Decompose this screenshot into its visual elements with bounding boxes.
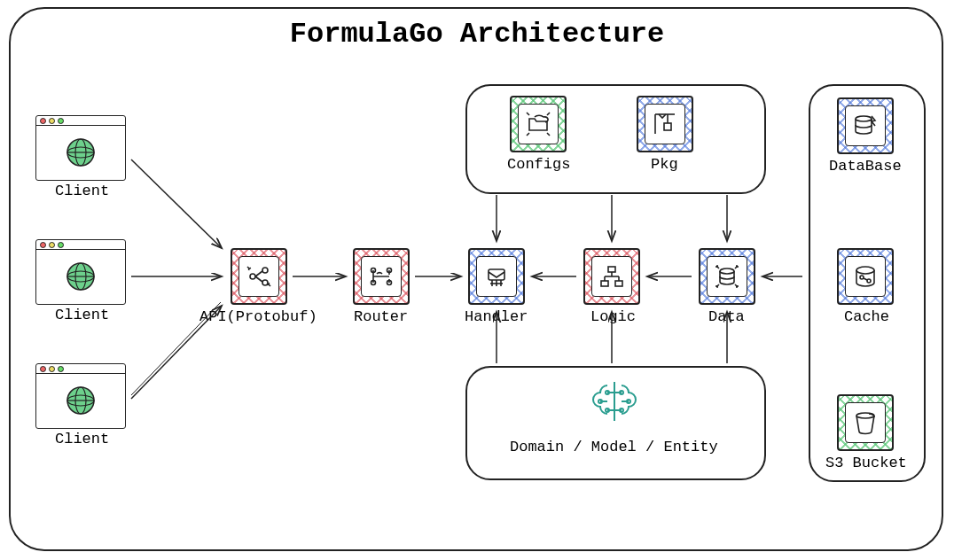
database-icon — [850, 111, 880, 141]
client-label-3: Client — [55, 431, 109, 447]
handler-node — [468, 248, 525, 305]
svg-line-16 — [255, 276, 262, 282]
cache-node — [837, 248, 894, 305]
diagram-canvas: FormulaGo Architecture Client Client — [0, 0, 954, 560]
logic-icon — [597, 261, 627, 292]
svg-rect-32 — [615, 281, 622, 286]
router-node — [353, 248, 410, 305]
api-node — [231, 248, 287, 305]
router-label: Router — [354, 308, 408, 325]
configs-icon — [523, 109, 553, 139]
svg-rect-21 — [489, 269, 504, 280]
pkg-icon — [650, 109, 680, 139]
globe-icon — [63, 383, 98, 418]
data-node — [699, 248, 755, 305]
api-icon — [244, 261, 274, 292]
handler-icon — [481, 261, 512, 292]
brain-icon — [590, 377, 639, 426]
svg-point-33 — [720, 268, 734, 274]
svg-rect-31 — [601, 281, 608, 286]
bucket-icon — [850, 408, 880, 438]
svg-line-15 — [255, 271, 262, 276]
svg-rect-37 — [664, 123, 671, 130]
cache-icon — [850, 261, 880, 292]
api-label: API(Protobuf) — [199, 308, 317, 325]
client-label-1: Client — [55, 183, 109, 199]
svg-point-50 — [856, 116, 872, 121]
s3-label: S3 Bucket — [825, 455, 907, 471]
database-label: DataBase — [829, 158, 902, 175]
client-box-3 — [35, 363, 126, 429]
globe-icon — [63, 259, 98, 294]
diagram-title: FormulaGo Architecture — [0, 18, 954, 51]
handler-label: Handler — [465, 308, 528, 325]
cache-label: Cache — [844, 308, 889, 325]
configs-label: Configs — [507, 156, 570, 173]
pkg-label: Pkg — [651, 156, 678, 173]
svg-line-54 — [864, 278, 867, 280]
client-label-2: Client — [55, 307, 109, 323]
svg-point-13 — [262, 268, 268, 273]
logic-node — [583, 248, 640, 305]
svg-point-53 — [867, 279, 871, 283]
pkg-node — [637, 96, 693, 152]
domain-label: Domain / Model / Entity — [510, 439, 718, 455]
configs-node — [510, 96, 567, 152]
logic-label: Logic — [590, 308, 636, 325]
svg-point-52 — [860, 276, 864, 279]
data-label: Data — [708, 308, 745, 325]
client-box-2 — [35, 239, 126, 305]
s3-node — [837, 394, 894, 451]
svg-point-51 — [856, 267, 874, 274]
svg-point-12 — [250, 274, 255, 279]
database-node — [837, 97, 894, 154]
client-box-1 — [35, 115, 126, 181]
globe-icon — [63, 135, 98, 170]
data-icon — [712, 261, 742, 292]
domain-icon-wrap — [590, 377, 639, 430]
router-icon — [366, 261, 396, 292]
svg-rect-26 — [608, 267, 615, 272]
